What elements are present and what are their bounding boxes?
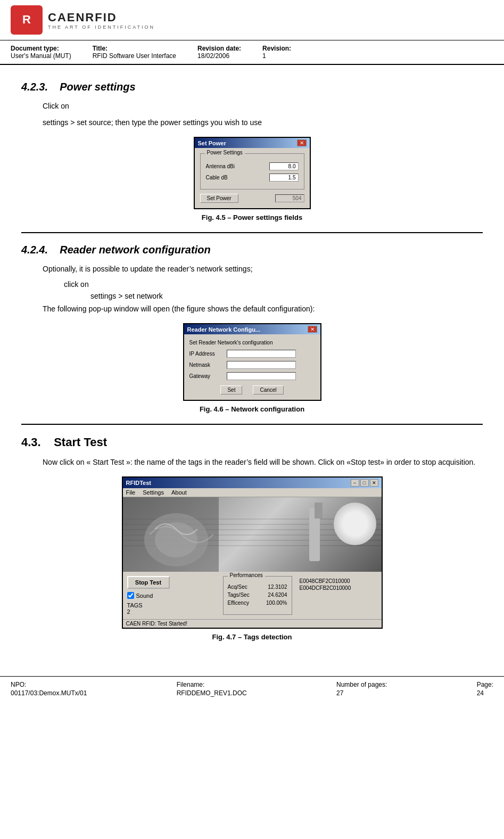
rfidtest-menubar: File Settings About: [123, 488, 382, 497]
set-power-figure: Set Power ✕ Power Settings Antenna dBi C…: [21, 137, 483, 221]
logo-text: CAENRFID THE ART OF IDENTIFICATION: [48, 11, 155, 30]
doc-info-bar: Document type: User's Manual (MUT) Title…: [0, 40, 504, 65]
title-value: RFID Software User Interface: [93, 52, 176, 60]
set-power-close-button[interactable]: ✕: [297, 139, 307, 146]
footer-npo: NPO: 00117/03:Demox.MUTx/01: [11, 681, 87, 697]
menu-settings[interactable]: Settings: [143, 489, 164, 496]
reader-network-button-row: Set Cancel: [189, 385, 315, 394]
set-power-button[interactable]: Set Power: [200, 194, 238, 203]
reader-network-title: Reader Network Configu...: [187, 326, 261, 333]
rfidtest-image-area: [123, 497, 382, 572]
footer-page-value: 24: [477, 689, 493, 697]
footer-page: Page: 24: [477, 681, 493, 697]
rfidtest-minimize-button[interactable]: −: [351, 479, 359, 487]
reader-network-titlebar: Reader Network Configu... ✕: [184, 324, 320, 334]
divider-2: [21, 424, 483, 425]
rfidtest-statusbar: CAEN RFID: Test Started!: [123, 619, 382, 628]
tags-value: 2: [127, 608, 214, 615]
set-power-button-row: Set Power 504: [200, 194, 304, 203]
tag-ids-panel: E0048CBF2C010000 E004DCFB2C010000: [298, 576, 377, 615]
acq-row: Acq/Sec 12.3102: [228, 584, 287, 590]
section-4-2-4-para1: Optionally, it is possible to update the…: [43, 264, 483, 275]
tags-sec-label: Tags/Sec: [228, 592, 250, 598]
efficiency-label: Efficency: [228, 600, 249, 606]
doc-type-field: Document type: User's Manual (MUT): [11, 45, 71, 60]
footer-npo-value: 00117/03:Demox.MUTx/01: [11, 689, 87, 697]
menu-about[interactable]: About: [171, 489, 187, 496]
antenna-label: Antenna dBi: [206, 163, 235, 169]
sound-row: Sound: [127, 592, 214, 599]
acq-label: Acq/Sec: [228, 584, 247, 590]
reader-network-desc: Set Reader Network's configuration: [189, 340, 315, 346]
section-4-2-4-para2: click on: [64, 280, 483, 289]
antenna-input[interactable]: [269, 162, 299, 170]
rfidtest-status-text: CAEN RFID: Test Started!: [126, 621, 187, 627]
footer-filename-value: RFIDDEMO_REV1.DOC: [177, 689, 247, 697]
fig-4-6-caption: Fig. 4.6 – Network configuration: [21, 405, 483, 413]
doc-type-label: Document type:: [11, 45, 71, 52]
footer-page-label: Page:: [477, 681, 493, 688]
rfidtest-lower-panel: Stop Test Sound TAGS 2 Performances: [123, 572, 382, 619]
title-label: Title:: [93, 45, 176, 52]
rfidtest-title: RFIDTest: [126, 480, 151, 486]
reader-network-dialog: Reader Network Configu... ✕ Set Reader N…: [183, 323, 321, 401]
cable-field-row: Cable dB: [206, 174, 299, 182]
doc-type-value: User's Manual (MUT): [11, 52, 71, 60]
sound-checkbox[interactable]: [127, 592, 134, 599]
ip-label: IP Address: [189, 351, 227, 357]
menu-file[interactable]: File: [126, 489, 136, 496]
section-4-2-4-para3: settings > set network: [90, 292, 483, 300]
divider-1: [21, 232, 483, 233]
page-header: R CAENRFID THE ART OF IDENTIFICATION: [0, 0, 504, 40]
set-power-dialog: Set Power ✕ Power Settings Antenna dBi C…: [194, 137, 311, 209]
tags-row: TAGS 2: [127, 602, 214, 615]
rfidtest-ctrl-buttons: − □ ✕: [351, 479, 378, 487]
rfidtest-left-panel: Stop Test Sound TAGS 2: [123, 572, 219, 619]
efficiency-row: Efficency 100.00%: [228, 600, 287, 606]
gateway-input[interactable]: [227, 372, 296, 380]
revision-date-label: Revision date:: [197, 45, 241, 52]
antenna-field-row: Antenna dBi: [206, 162, 299, 170]
netmask-input[interactable]: [227, 361, 296, 369]
set-power-titlebar: Set Power ✕: [195, 138, 310, 148]
fig-4-5-caption: Fig. 4.5 – Power settings fields: [21, 213, 483, 221]
brand-tagline: THE ART OF IDENTIFICATION: [48, 24, 155, 30]
svg-text:R: R: [22, 13, 31, 26]
cable-label: Cable dB: [206, 175, 228, 180]
footer-num-pages: Number of pages: 27: [336, 681, 387, 697]
logo-area: R CAENRFID THE ART OF IDENTIFICATION: [11, 5, 155, 35]
acq-value: 12.3102: [268, 584, 287, 590]
tags-label: TAGS: [127, 602, 214, 608]
revision-value: 1: [262, 52, 291, 60]
footer-num-pages-value: 27: [336, 689, 387, 697]
section-4-2-4-heading: 4.2.4. Reader network configuration: [21, 244, 483, 256]
rn-cancel-button[interactable]: Cancel: [253, 385, 283, 394]
ip-field-row: IP Address: [189, 350, 315, 358]
section-4-2-3-para1: Click on: [43, 101, 483, 112]
rn-set-button[interactable]: Set: [220, 385, 242, 394]
rfidtest-window: RFIDTest − □ ✕ File Settings About: [122, 476, 383, 629]
rfidtest-right-panel: Performances Acq/Sec 12.3102 Tags/Sec 24…: [219, 572, 382, 619]
rfidtest-figure: RFIDTest − □ ✕ File Settings About: [21, 476, 483, 641]
rfidtest-maximize-button[interactable]: □: [360, 479, 369, 487]
svg-rect-6: [315, 503, 323, 519]
netmask-field-row: Netmask: [189, 361, 315, 369]
efficiency-value: 100.00%: [266, 600, 287, 606]
reader-network-body: Set Reader Network's configuration IP Ad…: [184, 334, 320, 400]
set-power-title: Set Power: [198, 140, 226, 146]
cable-input[interactable]: [269, 174, 299, 182]
rfidtest-close-button[interactable]: ✕: [370, 479, 378, 487]
reader-network-close-button[interactable]: ✕: [308, 326, 317, 333]
section-4-2-3-heading: 4.2.3. Power settings: [21, 81, 483, 93]
set-power-readonly: 504: [275, 194, 304, 202]
revision-date-field: Revision date: 18/02/2006: [197, 45, 241, 60]
gateway-label: Gateway: [189, 373, 227, 379]
fig-4-7-caption: Fig. 4.7 – Tags detection: [21, 633, 483, 641]
title-field: Title: RFID Software User Interface: [93, 45, 176, 60]
ip-input[interactable]: [227, 350, 296, 358]
stop-test-button[interactable]: Stop Test: [127, 576, 170, 589]
footer-filename-label: Filename:: [177, 681, 247, 688]
netmask-label: Netmask: [189, 362, 227, 368]
section-4-2-3-para2: settings > set source; then type the pow…: [43, 117, 483, 128]
set-power-body: Power Settings Antenna dBi Cable dB Set: [195, 148, 310, 208]
